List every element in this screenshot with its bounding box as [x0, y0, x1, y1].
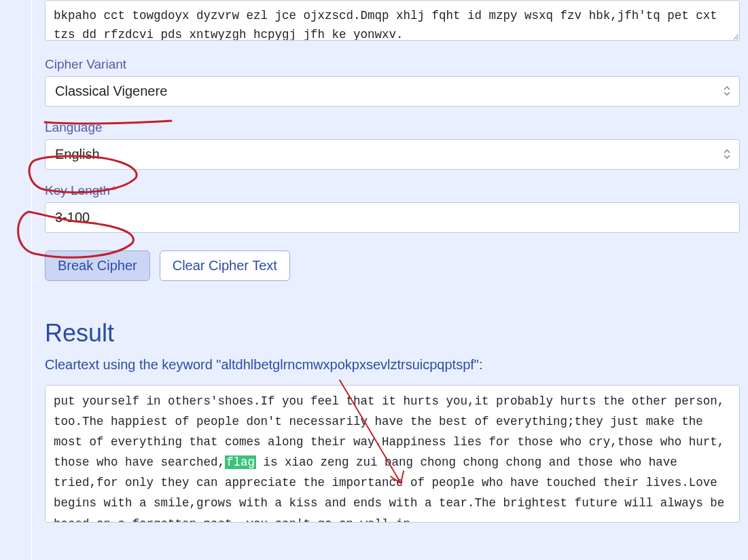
cipher-variant-label: Cipher Variant: [45, 57, 740, 72]
clear-cipher-button[interactable]: Clear Cipher Text: [160, 250, 290, 281]
result-heading: Result: [45, 319, 740, 348]
cleartext-suffix: ":: [474, 357, 483, 372]
cleartext-prefix: Cleartext using the keyword ": [45, 357, 221, 372]
left-border-line: [31, 0, 32, 560]
result-textarea[interactable]: put yourself in others'shoes.If you feel…: [45, 385, 740, 523]
key-length-label-text: Key Length: [45, 183, 110, 198]
key-length-input[interactable]: [45, 202, 740, 233]
required-indicator: *: [111, 183, 116, 198]
cipher-text-wrap: bkpaho cct towgdoyx dyzvrw ezl jce ojxzs…: [45, 0, 740, 43]
button-row: Break Cipher Clear Cipher Text: [45, 250, 740, 281]
cleartext-keyword: altdhlbetglrncmwxpokpxsevlztrsuicpqptspf: [221, 357, 474, 372]
language-label: Language: [45, 120, 740, 135]
cipher-variant-select[interactable]: Classical Vigenere: [45, 76, 740, 107]
break-cipher-button[interactable]: Break Cipher: [45, 250, 150, 281]
language-select-wrap: English: [45, 139, 740, 170]
cipher-variant-select-wrap: Classical Vigenere: [45, 76, 740, 107]
key-length-label: Key Length*: [45, 183, 740, 198]
cipher-text-input[interactable]: bkpaho cct towgdoyx dyzvrw ezl jce ojxzs…: [45, 0, 740, 41]
flag-highlight: flag: [225, 455, 256, 469]
language-select[interactable]: English: [45, 139, 740, 170]
form-panel: bkpaho cct towgdoyx dyzvrw ezl jce ojxzs…: [0, 0, 748, 523]
cleartext-keyword-line: Cleartext using the keyword "altdhlbetgl…: [45, 357, 740, 373]
